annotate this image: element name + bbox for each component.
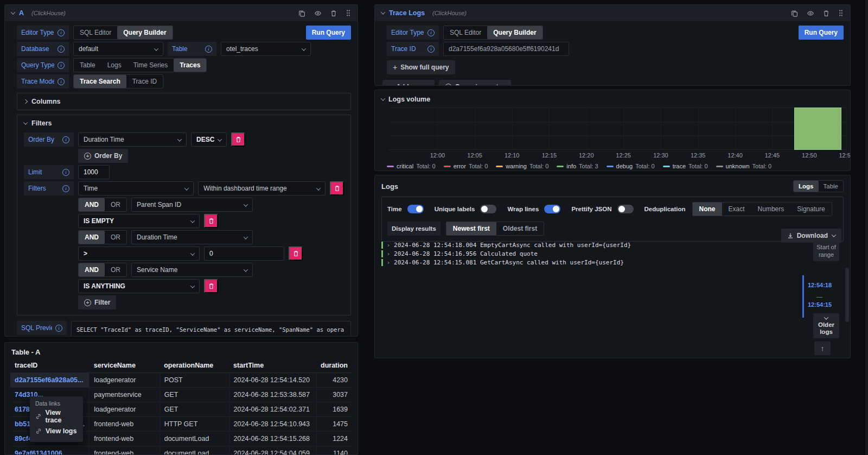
newest-first-option[interactable]: Newest first xyxy=(446,222,496,235)
trash-icon[interactable] xyxy=(330,10,337,17)
trash-icon[interactable] xyxy=(823,10,829,17)
legend-info[interactable]: infoTotal: 3 xyxy=(557,163,598,169)
query-builder-option[interactable]: Query Builder xyxy=(487,26,542,39)
remove-filter2-button[interactable] xyxy=(289,247,303,261)
view-trace-link[interactable]: View trace xyxy=(35,409,78,424)
sql-editor-option[interactable]: SQL Editor xyxy=(444,26,487,39)
info-icon[interactable]: i xyxy=(58,29,65,36)
wrap-lines-toggle[interactable] xyxy=(544,205,560,213)
download-button[interactable]: Download xyxy=(781,229,841,243)
table-view-option[interactable]: Table xyxy=(819,181,844,192)
filters-section-header[interactable]: Filters xyxy=(17,115,350,131)
time-toggle[interactable] xyxy=(407,205,424,213)
dedup-numbers-option[interactable]: Numbers xyxy=(751,203,791,216)
oldest-first-option[interactable]: Oldest first xyxy=(496,222,544,235)
sql-editor-option[interactable]: SQL Editor xyxy=(74,26,117,39)
filter2-field-select[interactable]: Duration Time xyxy=(131,230,253,244)
remove-filter3-button[interactable] xyxy=(204,279,218,293)
legend-error[interactable]: errorTotal: 0 xyxy=(444,163,488,169)
run-query-button[interactable]: Run Query xyxy=(306,26,351,40)
info-icon[interactable]: i xyxy=(58,78,65,85)
info-icon[interactable]: i xyxy=(62,185,69,192)
log-line[interactable]: › 2024-06-28 12:54:16.956 Calculated quo… xyxy=(381,250,790,257)
dedup-none-option[interactable]: None xyxy=(693,203,722,216)
chevron-down-icon[interactable] xyxy=(381,96,385,100)
log-line[interactable]: › 2024-06-28 12:54:15.081 GetCartAsync c… xyxy=(381,259,790,266)
info-icon[interactable]: i xyxy=(62,136,69,143)
or-option[interactable]: OR xyxy=(105,198,126,211)
dedup-exact-option[interactable]: Exact xyxy=(722,203,751,216)
limit-input[interactable]: 1000 xyxy=(78,165,110,179)
expand-chevron-icon[interactable]: › xyxy=(387,260,390,266)
run-query-button[interactable]: Run Query xyxy=(799,26,844,40)
collapse-chevron-icon[interactable] xyxy=(381,10,385,14)
trace-id-input[interactable]: d2a7155ef6a928a05680e5ff6190241d xyxy=(443,42,569,56)
duplicate-icon[interactable] xyxy=(791,10,798,17)
and-option[interactable]: AND xyxy=(79,231,105,244)
info-icon[interactable]: i xyxy=(62,169,69,176)
eye-icon[interactable] xyxy=(807,10,814,17)
query-type-traces[interactable]: Traces xyxy=(174,59,206,72)
trace-search-option[interactable]: Trace Search xyxy=(74,75,126,88)
or-option[interactable]: OR xyxy=(105,263,126,276)
legend-warning[interactable]: warningTotal: 0 xyxy=(496,163,548,169)
filter2-value-input[interactable]: 0 xyxy=(204,247,284,261)
query-inspector-button[interactable]: iQuery inspector xyxy=(439,80,511,86)
info-icon[interactable]: i xyxy=(427,46,435,53)
log-range-timeline[interactable]: 12:54:18 — 12:54:15 xyxy=(802,275,835,318)
trace-link[interactable]: 9e7af61341006... xyxy=(10,446,90,455)
filter-time-field-select[interactable]: Time xyxy=(78,181,194,195)
trace-link[interactable]: d2a7155ef6a928a05... xyxy=(10,373,90,388)
trace-id-option[interactable]: Trace ID xyxy=(126,75,163,88)
info-icon[interactable]: i xyxy=(55,325,62,332)
legend-unknown[interactable]: unknownTotal: 0 xyxy=(716,163,772,169)
add-order-by-button[interactable]: +Order By xyxy=(78,149,128,163)
and-option[interactable]: AND xyxy=(79,263,105,276)
remove-filter1-button[interactable] xyxy=(204,214,218,228)
info-log-volume-bar[interactable] xyxy=(794,108,841,150)
filter-time-operator-select[interactable]: Within dashboard time range xyxy=(198,181,326,195)
remove-time-filter-button[interactable] xyxy=(330,181,344,195)
duplicate-icon[interactable] xyxy=(298,10,305,17)
expand-chevron-icon[interactable]: › xyxy=(387,251,390,257)
page-scrollbar[interactable] xyxy=(865,0,868,455)
filter2-operator-select[interactable]: > xyxy=(78,247,200,261)
or-option[interactable]: OR xyxy=(105,231,126,244)
remove-order-by-button[interactable] xyxy=(231,132,245,147)
prettify-json-toggle[interactable] xyxy=(617,205,634,213)
filter1-field-select[interactable]: Parent Span ID xyxy=(131,198,253,212)
and-option[interactable]: AND xyxy=(79,198,105,211)
legend-trace[interactable]: traceTotal: 0 xyxy=(663,163,708,169)
query-type-timeseries[interactable]: Time Series xyxy=(127,59,174,72)
unique-labels-toggle[interactable] xyxy=(480,205,496,213)
col-starttime[interactable]: startTime xyxy=(229,358,316,373)
filter3-field-select[interactable]: Service Name xyxy=(131,263,253,277)
eye-icon[interactable] xyxy=(314,10,322,17)
log-line[interactable]: › 2024-06-28 12:54:18.004 EmptyCartAsync… xyxy=(381,242,790,249)
drag-handle-icon[interactable] xyxy=(838,9,844,17)
order-by-field-select[interactable]: Duration Time xyxy=(78,132,187,147)
older-logs-button[interactable]: Older logs xyxy=(813,313,839,338)
dedup-signature-option[interactable]: Signature xyxy=(790,203,831,216)
col-traceid[interactable]: traceID xyxy=(10,358,90,373)
col-operationname[interactable]: operationName xyxy=(159,358,229,373)
scroll-to-top-button[interactable]: ↑ xyxy=(814,342,831,355)
col-servicename[interactable]: serviceName xyxy=(90,358,159,373)
legend-critical[interactable]: criticalTotal: 0 xyxy=(387,163,436,169)
add-filter-button[interactable]: +Filter xyxy=(78,295,116,309)
col-duration[interactable]: duration xyxy=(316,358,352,373)
query-type-logs[interactable]: Logs xyxy=(101,59,127,72)
view-logs-link[interactable]: View logs xyxy=(35,424,78,438)
logs-view-option[interactable]: Logs xyxy=(794,181,818,192)
drag-handle-icon[interactable] xyxy=(346,9,351,17)
info-icon[interactable]: i xyxy=(427,29,435,36)
add-query-button[interactable]: +Add query xyxy=(382,80,435,86)
filter1-operator-select[interactable]: IS EMPTY xyxy=(78,214,200,228)
filter3-operator-select[interactable]: IS ANYTHING xyxy=(78,279,200,293)
info-icon[interactable]: i xyxy=(58,46,65,53)
query-builder-option[interactable]: Query Builder xyxy=(117,26,172,39)
show-full-query-button[interactable]: +Show full query xyxy=(387,60,455,74)
query-type-table[interactable]: Table xyxy=(74,59,101,72)
columns-section[interactable]: Columns xyxy=(17,93,351,110)
collapse-chevron-icon[interactable] xyxy=(11,10,15,14)
